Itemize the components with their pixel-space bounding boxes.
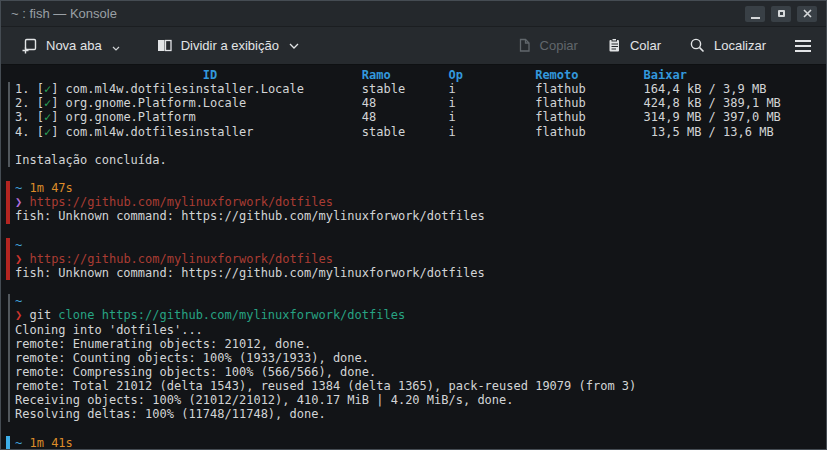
command-status-rail [6, 436, 10, 449]
close-button[interactable] [797, 6, 817, 22]
terminal-line: ~ 1m 47s [15, 181, 826, 195]
new-tab-icon [21, 37, 38, 54]
terminal-line [15, 280, 826, 294]
terminal-line: ID Ramo Op Remoto Baixar [15, 68, 826, 82]
window-title: ~ : fish — Konsole [1, 6, 117, 21]
command-status-rail [6, 195, 10, 209]
paste-icon [606, 37, 622, 54]
terminal-output[interactable]: ID Ramo Op Remoto Baixar1. [✓] com.ml4w.… [1, 65, 826, 449]
paste-label: Colar [630, 38, 661, 53]
command-status-rail [8, 125, 10, 139]
command-status-rail [8, 365, 10, 379]
terminal-line [15, 422, 826, 436]
terminal-line: fish: Unknown command: https://github.co… [15, 209, 826, 223]
new-tab-label: Nova aba [46, 38, 102, 53]
terminal-line [15, 139, 826, 153]
terminal-line: ~ 1m 41s [15, 436, 826, 449]
close-icon [803, 9, 812, 18]
command-status-rail [8, 407, 10, 421]
menu-button[interactable] [794, 39, 812, 53]
minimize-icon [751, 17, 760, 19]
command-status-rail [6, 252, 10, 266]
terminal-line: 2. [✓] org.gnome.Platform.Locale 48 i fl… [15, 96, 826, 110]
maximize-button[interactable] [771, 6, 791, 22]
command-status-rail [8, 308, 10, 322]
command-status-rail [8, 82, 10, 96]
command-status-rail [8, 110, 10, 124]
terminal-line: fish: Unknown command: https://github.co… [15, 266, 826, 280]
maximize-icon [778, 10, 785, 17]
terminal-line: Instalação concluída. [15, 153, 826, 167]
command-status-rail [8, 153, 10, 167]
terminal-line: ~ [15, 238, 826, 252]
paste-button[interactable]: Colar [606, 37, 661, 54]
split-view-button[interactable]: Dividir a exibição [156, 37, 299, 54]
terminal-line: ❯ https://github.com/mylinuxforwork/dotf… [15, 195, 826, 209]
terminal-line: remote: Enumerating objects: 21012, done… [15, 337, 826, 351]
copy-label: Copiar [540, 38, 578, 53]
command-status-rail [6, 266, 10, 280]
copy-icon [516, 37, 532, 54]
chevron-down-icon [112, 46, 120, 51]
terminal-line: ~ [15, 294, 826, 308]
terminal-line [15, 167, 826, 181]
hamburger-menu-icon [794, 39, 812, 53]
find-label: Localizar [714, 38, 766, 53]
split-view-label: Dividir a exibição [181, 38, 279, 53]
command-status-rail [8, 351, 10, 365]
command-status-rail [6, 181, 10, 195]
window-controls [745, 6, 817, 22]
titlebar[interactable]: ~ : fish — Konsole [1, 1, 826, 27]
terminal-line [15, 224, 826, 238]
toolbar: Nova aba Dividir a exibição [1, 27, 826, 65]
command-status-rail [8, 139, 10, 153]
command-status-rail [8, 294, 10, 308]
terminal-line: 3. [✓] org.gnome.Platform 48 i flathub 3… [15, 110, 826, 124]
terminal-line: remote: Total 21012 (delta 1543), reused… [15, 379, 826, 393]
command-status-rail [6, 238, 10, 252]
terminal-line: 1. [✓] com.ml4w.dotfilesinstaller.Locale… [15, 82, 826, 96]
terminal-line: remote: Compressing objects: 100% (566/5… [15, 365, 826, 379]
toolbar-right: Copiar Colar Localizar [516, 37, 812, 54]
terminal-line: Receiving objects: 100% (21012/21012), 4… [15, 393, 826, 407]
command-status-rail [8, 323, 10, 337]
command-status-rail [8, 337, 10, 351]
copy-button[interactable]: Copiar [516, 37, 578, 54]
new-tab-button[interactable]: Nova aba [21, 37, 120, 54]
terminal-line: ❯ https://github.com/mylinuxforwork/dotf… [15, 252, 826, 266]
command-status-rail [8, 393, 10, 407]
terminal-line: Resolving deltas: 100% (11748/11748), do… [15, 407, 826, 421]
command-status-rail [8, 96, 10, 110]
command-status-rail [6, 209, 10, 223]
search-icon [689, 37, 706, 54]
konsole-window: ~ : fish — Konsole Nova aba [0, 0, 827, 450]
chevron-down-icon [289, 43, 299, 49]
command-status-rail [8, 379, 10, 393]
terminal-line: remote: Counting objects: 100% (1933/193… [15, 351, 826, 365]
terminal-line: ❯ git clone https://github.com/mylinuxfo… [15, 308, 826, 322]
find-button[interactable]: Localizar [689, 37, 766, 54]
split-view-icon [156, 37, 173, 54]
minimize-button[interactable] [745, 6, 765, 22]
toolbar-left: Nova aba Dividir a exibição [21, 37, 299, 54]
terminal-line: 4. [✓] com.ml4w.dotfilesinstaller stable… [15, 125, 826, 139]
terminal-line: Cloning into 'dotfiles'... [15, 323, 826, 337]
